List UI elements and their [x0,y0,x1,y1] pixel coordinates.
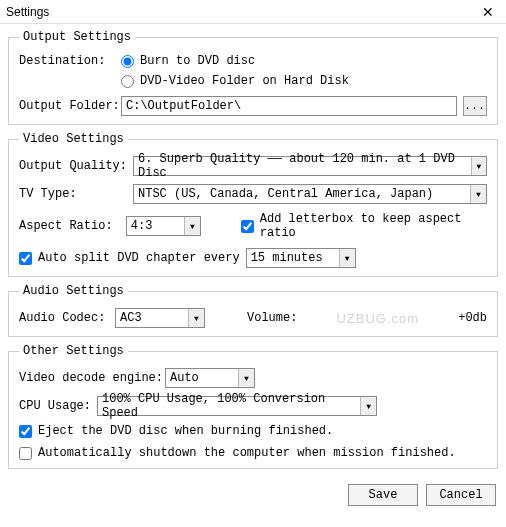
autosplit-value: 15 minutes [251,251,323,265]
eject-label: Eject the DVD disc when burning finished… [38,424,333,438]
volume-slider[interactable]: UZBUG.com [303,310,452,326]
output-settings-legend: Output Settings [19,30,135,44]
titlebar: Settings ✕ [0,0,506,24]
letterbox-input[interactable] [241,220,254,233]
cpu-usage-label: CPU Usage: [19,399,91,413]
tvtype-select[interactable]: NTSC (US, Canada, Central America, Japan… [133,184,487,204]
aspect-ratio-select[interactable]: 4:3 ▼ [126,216,201,236]
autosplit-select[interactable]: 15 minutes ▼ [246,248,356,268]
autosplit-label: Auto split DVD chapter every [38,251,240,265]
audio-codec-label: Audio Codec: [19,311,109,325]
chevron-down-icon: ▼ [339,249,355,267]
output-quality-value: 6. Superb Quality —— about 120 min. at 1… [138,152,471,180]
output-quality-select[interactable]: 6. Superb Quality —— about 120 min. at 1… [133,156,487,176]
save-button-label: Save [369,488,398,502]
output-folder-input[interactable] [121,96,457,116]
browse-button[interactable]: ... [463,96,487,116]
destination-burn-radio[interactable]: Burn to DVD disc [121,54,349,68]
other-settings-group: Other Settings Video decode engine: Auto… [8,344,498,469]
chevron-down-icon: ▼ [470,185,486,203]
volume-readout: +0db [458,311,487,325]
button-bar: Save Cancel [0,478,506,514]
ellipsis-icon: ... [464,101,485,112]
window-title: Settings [6,5,49,19]
aspect-ratio-value: 4:3 [131,219,153,233]
destination-burn-label: Burn to DVD disc [140,54,255,68]
shutdown-label: Automatically shutdown the computer when… [38,446,456,460]
autosplit-input[interactable] [19,252,32,265]
decode-engine-label: Video decode engine: [19,371,159,385]
audio-settings-group: Audio Settings Audio Codec: AC3 ▼ Volume… [8,284,498,337]
close-icon[interactable]: ✕ [476,4,500,20]
tvtype-value: NTSC (US, Canada, Central America, Japan… [138,187,433,201]
volume-label: Volume: [247,311,297,325]
autosplit-checkbox[interactable]: Auto split DVD chapter every [19,251,240,265]
destination-burn-input[interactable] [121,55,134,68]
save-button[interactable]: Save [348,484,418,506]
cancel-button-label: Cancel [439,488,482,502]
other-settings-legend: Other Settings [19,344,128,358]
decode-engine-value: Auto [170,371,199,385]
output-settings-group: Output Settings Destination: Burn to DVD… [8,30,498,125]
chevron-down-icon: ▼ [471,157,486,175]
chevron-down-icon: ▼ [184,217,200,235]
tvtype-label: TV Type: [19,187,127,201]
watermark-text: UZBUG.com [303,310,452,326]
audio-settings-legend: Audio Settings [19,284,128,298]
dialog-content: Output Settings Destination: Burn to DVD… [0,24,506,478]
eject-checkbox[interactable]: Eject the DVD disc when burning finished… [19,424,333,438]
chevron-down-icon: ▼ [360,397,376,415]
video-settings-group: Video Settings Output Quality: 6. Superb… [8,132,498,277]
output-quality-label: Output Quality: [19,159,127,173]
letterbox-checkbox[interactable]: Add letterbox to keep aspect ratio [241,212,487,240]
letterbox-label: Add letterbox to keep aspect ratio [260,212,487,240]
video-settings-legend: Video Settings [19,132,128,146]
chevron-down-icon: ▼ [188,309,204,327]
shutdown-checkbox[interactable]: Automatically shutdown the computer when… [19,446,456,460]
cpu-usage-value: 100% CPU Usage, 100% Conversion Speed [102,392,360,420]
shutdown-input[interactable] [19,447,32,460]
eject-input[interactable] [19,425,32,438]
cancel-button[interactable]: Cancel [426,484,496,506]
audio-codec-value: AC3 [120,311,142,325]
destination-folder-input[interactable] [121,75,134,88]
output-folder-label: Output Folder: [19,99,115,113]
destination-folder-radio[interactable]: DVD-Video Folder on Hard Disk [121,74,349,88]
destination-folder-label: DVD-Video Folder on Hard Disk [140,74,349,88]
audio-codec-select[interactable]: AC3 ▼ [115,308,205,328]
destination-label: Destination: [19,54,115,68]
decode-engine-select[interactable]: Auto ▼ [165,368,255,388]
cpu-usage-select[interactable]: 100% CPU Usage, 100% Conversion Speed ▼ [97,396,377,416]
chevron-down-icon: ▼ [238,369,254,387]
aspect-ratio-label: Aspect Ratio: [19,219,120,233]
